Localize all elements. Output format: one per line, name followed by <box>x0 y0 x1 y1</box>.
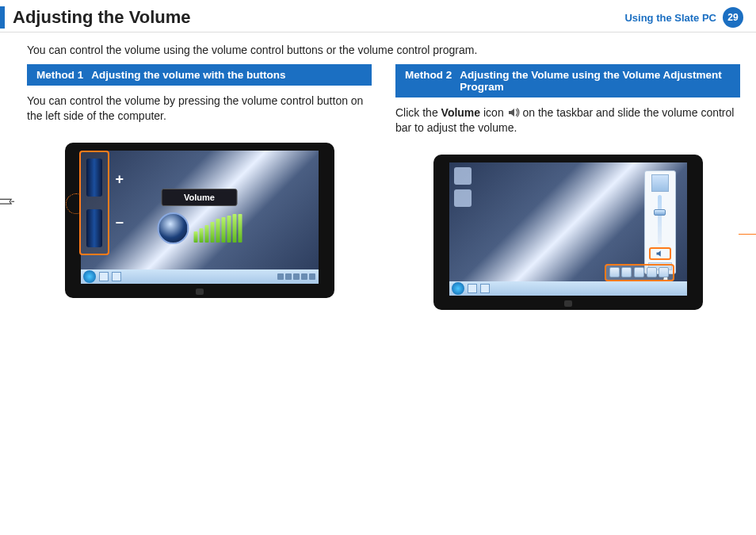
method2-column: Method 2 Adjusting the Volume using the … <box>395 64 740 310</box>
home-button-icon <box>196 289 204 295</box>
volume-osd-graphic <box>157 212 242 244</box>
method1-number: Method 1 <box>36 69 83 81</box>
text-fragment: Click the <box>395 106 441 119</box>
tablet-device <box>433 155 703 310</box>
volume-level-bars <box>193 214 242 243</box>
tray-icon[interactable] <box>634 267 644 277</box>
content-columns: Method 1 Adjusting the volume with the b… <box>0 64 756 310</box>
taskbar-app-icon <box>468 284 477 293</box>
desktop-icons <box>454 167 472 207</box>
intro-text: You can control the volume using the vol… <box>0 32 756 64</box>
method2-figure: Mute <box>395 155 740 310</box>
start-button-icon <box>83 270 96 283</box>
method1-title: Adjusting the volume with the buttons <box>91 69 362 81</box>
page-number-badge: 29 <box>723 7 743 28</box>
method2-heading: Method 2 Adjusting the Volume using the … <box>395 64 740 97</box>
device-icon <box>651 174 669 192</box>
method2-number: Method 2 <box>405 69 452 93</box>
mute-button[interactable] <box>649 247 671 260</box>
taskbar-app-icon <box>99 272 109 281</box>
method1-text: You can control the volume by pressing t… <box>27 94 372 124</box>
taskbar <box>449 281 687 296</box>
plus-icon: + <box>116 171 124 188</box>
taskbar-app-icon <box>480 284 490 293</box>
minus-icon: − <box>116 215 124 231</box>
header-accent-bar <box>0 6 5 29</box>
pointing-hand-icon <box>0 185 16 216</box>
text-fragment: icon <box>480 106 506 119</box>
speaker-small-icon <box>655 249 665 258</box>
volume-slider-thumb[interactable] <box>654 209 666 216</box>
method2-text: Click the Volume icon on the taskbar and… <box>395 105 740 136</box>
tablet-screen <box>449 162 687 296</box>
volume-down-button[interactable] <box>86 209 102 247</box>
method1-heading: Method 1 Adjusting the volume with the b… <box>27 64 372 86</box>
page-title: Adjusting the Volume <box>13 7 624 28</box>
tablet-device: + − Volume <box>65 143 334 298</box>
method1-figure: + − Volume <box>27 143 372 298</box>
volume-osd-label: Volume <box>161 189 238 206</box>
page-header: Adjusting the Volume Using the Slate PC … <box>0 0 756 32</box>
speaker-icon <box>157 212 189 244</box>
method1-column: Method 1 Adjusting the volume with the b… <box>27 64 372 310</box>
tray-icon[interactable] <box>621 267 632 277</box>
start-button-icon <box>452 282 464 295</box>
tray-icon[interactable] <box>647 267 657 277</box>
volume-flyout-panel <box>644 170 676 274</box>
volume-up-button[interactable] <box>86 159 102 197</box>
section-name: Using the Slate PC <box>624 12 716 24</box>
home-button-icon <box>564 300 572 307</box>
system-tray <box>277 273 319 280</box>
tray-volume-icon[interactable] <box>659 267 669 277</box>
volume-icon <box>507 106 520 119</box>
volume-buttons-highlight: + − <box>79 151 109 255</box>
callout-line <box>739 234 756 235</box>
tray-icon[interactable] <box>609 267 620 277</box>
text-bold: Volume <box>441 106 481 119</box>
tray-highlight <box>605 264 674 281</box>
taskbar <box>81 269 319 284</box>
volume-slider[interactable] <box>658 195 662 244</box>
taskbar-app-icon <box>112 272 121 281</box>
method2-title: Adjusting the Volume using the Volume Ad… <box>460 69 731 93</box>
